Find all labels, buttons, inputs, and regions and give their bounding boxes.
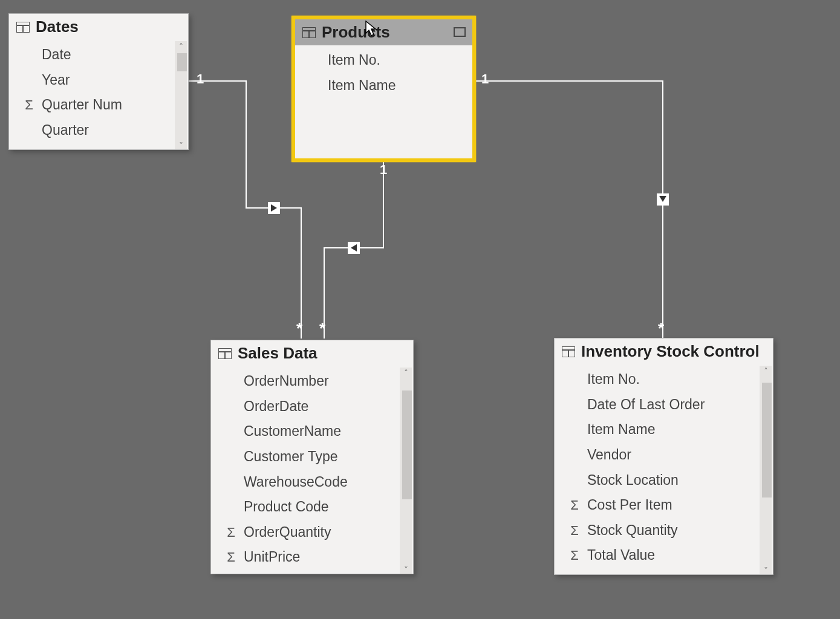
table-row[interactable]: Stock Location: [555, 468, 773, 493]
cardinality-sales-many-2: *: [319, 319, 325, 338]
table-row[interactable]: Vendor: [555, 442, 773, 468]
cardinality-products-one-b: 1: [481, 71, 489, 87]
relationship-products-inventory[interactable]: [475, 81, 669, 339]
table-inventory[interactable]: Inventory Stock Control Item No. Date Of…: [554, 338, 773, 575]
table-row[interactable]: Item No.: [555, 367, 773, 392]
relationship-products-sales[interactable]: [324, 162, 383, 339]
svg-rect-9: [454, 28, 465, 36]
field-label: Customer Type: [244, 446, 405, 468]
field-label: Year: [42, 70, 180, 91]
field-label: UnitPrice: [244, 546, 405, 568]
table-row[interactable]: Item No.: [295, 48, 472, 73]
table-row[interactable]: ΣUnitPrice: [211, 545, 413, 570]
cardinality-sales-many-1: *: [296, 319, 302, 338]
field-label: Vendor: [587, 444, 764, 466]
table-row[interactable]: CustomerName: [211, 419, 413, 444]
scroll-thumb[interactable]: [177, 53, 187, 71]
field-label: Item No.: [587, 369, 764, 391]
table-inventory-title: Inventory Stock Control: [581, 342, 760, 361]
scroll-thumb[interactable]: [402, 391, 412, 499]
sigma-icon: Σ: [21, 95, 37, 115]
field-label: OrderNumber: [244, 371, 405, 392]
table-row[interactable]: ΣOrderQuantity: [211, 520, 413, 545]
sigma-icon: Σ: [567, 495, 582, 516]
field-label: Date: [42, 44, 180, 66]
table-row[interactable]: Product Code: [211, 494, 413, 520]
scroll-up-icon[interactable]: ˄: [404, 368, 408, 378]
expand-icon[interactable]: [453, 23, 466, 42]
cardinality-dates-one: 1: [197, 71, 204, 87]
table-dates[interactable]: Dates Date Year ΣQuarter Num Quarter ˄ ˅: [8, 13, 189, 150]
sigma-icon: Σ: [567, 520, 582, 541]
scroll-down-icon[interactable]: ˅: [404, 565, 408, 574]
table-sales-title: Sales Data: [238, 344, 317, 363]
field-label: OrderQuantity: [244, 522, 405, 543]
table-row[interactable]: WarehouseCode: [211, 470, 413, 495]
table-icon: [218, 348, 232, 359]
svg-rect-2: [657, 193, 669, 206]
table-row[interactable]: ΣTotal Value: [555, 543, 773, 568]
table-row[interactable]: ΣCost Per Item: [555, 493, 773, 518]
scroll-thumb[interactable]: [762, 383, 772, 497]
svg-rect-0: [268, 202, 280, 214]
field-label: CustomerName: [244, 421, 405, 442]
field-label: Item Name: [328, 75, 464, 97]
table-row[interactable]: ΣStock Quantity: [555, 518, 773, 543]
sigma-icon: Σ: [567, 545, 582, 566]
table-products[interactable]: Products Item No. Item Name: [291, 16, 476, 162]
table-icon: [16, 22, 30, 33]
table-row[interactable]: Quarter: [9, 118, 188, 143]
table-row[interactable]: Customer Type: [211, 444, 413, 470]
scroll-up-icon[interactable]: ˄: [764, 366, 768, 377]
field-label: Stock Quantity: [587, 520, 764, 542]
field-label: Cost Per Item: [587, 494, 764, 516]
table-sales[interactable]: Sales Data OrderNumber OrderDate Custome…: [210, 340, 414, 574]
table-sales-header[interactable]: Sales Data: [211, 340, 413, 366]
svg-rect-1: [348, 242, 360, 254]
scroll-up-icon[interactable]: ˄: [179, 41, 183, 52]
table-row[interactable]: OrderDate: [211, 394, 413, 420]
relationship-dates-sales[interactable]: [188, 81, 301, 339]
table-row[interactable]: OrderNumber: [211, 369, 413, 394]
field-label: Date Of Last Order: [587, 394, 764, 416]
cardinality-inventory-many: *: [658, 319, 664, 338]
field-label: Item No.: [328, 50, 464, 71]
table-inventory-header[interactable]: Inventory Stock Control: [555, 339, 773, 365]
field-label: Quarter: [42, 120, 180, 141]
scroll-down-icon[interactable]: ˅: [179, 140, 183, 150]
field-label: Product Code: [244, 496, 405, 518]
cardinality-products-one-a: 1: [380, 162, 387, 178]
table-row[interactable]: Date: [9, 42, 188, 68]
table-products-title: Products: [322, 23, 390, 42]
table-row[interactable]: Item Name: [555, 417, 773, 442]
field-label: Quarter Num: [42, 94, 180, 116]
field-label: Stock Location: [587, 470, 764, 491]
field-label: WarehouseCode: [244, 472, 405, 493]
field-label: Total Value: [587, 545, 764, 566]
table-row[interactable]: ΣQuarter Num: [9, 92, 188, 118]
sigma-icon: Σ: [223, 522, 239, 543]
table-icon: [562, 346, 575, 357]
field-label: Item Name: [587, 419, 764, 441]
table-dates-title: Dates: [36, 18, 79, 36]
field-label: OrderDate: [244, 396, 405, 418]
sigma-icon: Σ: [223, 547, 239, 568]
table-dates-header[interactable]: Dates: [9, 14, 188, 40]
table-row[interactable]: Date Of Last Order: [555, 392, 773, 418]
table-icon: [302, 27, 316, 38]
table-products-header[interactable]: Products: [295, 19, 472, 45]
table-row[interactable]: Year: [9, 68, 188, 93]
scroll-down-icon[interactable]: ˅: [764, 565, 768, 575]
table-row[interactable]: Item Name: [295, 73, 472, 99]
